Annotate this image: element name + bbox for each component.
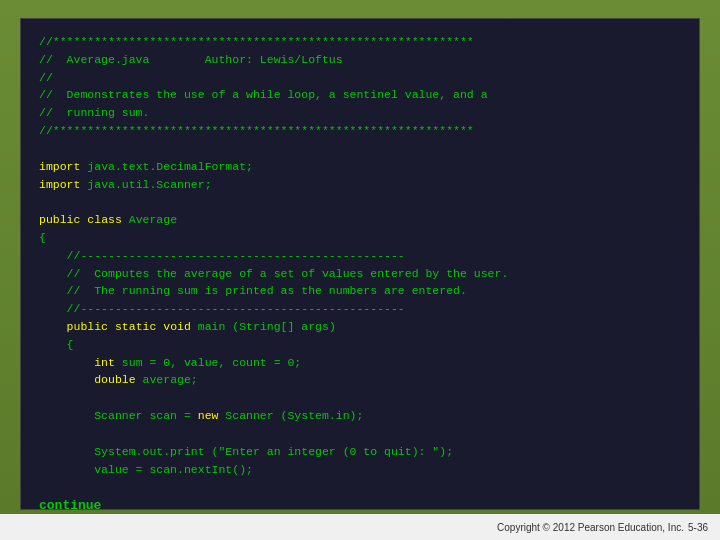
code-content: //**************************************… bbox=[39, 33, 681, 478]
continue-label: continue bbox=[39, 498, 101, 510]
code-import1: import bbox=[39, 160, 80, 173]
code-import2: import bbox=[39, 178, 80, 191]
slide-number: 5-36 bbox=[688, 522, 708, 533]
code-public: public bbox=[39, 213, 80, 226]
bottom-bar: Copyright © 2012 Pearson Education, Inc.… bbox=[0, 514, 720, 540]
code-line-1: //**************************************… bbox=[39, 35, 488, 137]
copyright-text: Copyright © 2012 Pearson Education, Inc. bbox=[497, 522, 684, 533]
code-area: //**************************************… bbox=[20, 18, 700, 510]
slide-container: //**************************************… bbox=[0, 0, 720, 540]
